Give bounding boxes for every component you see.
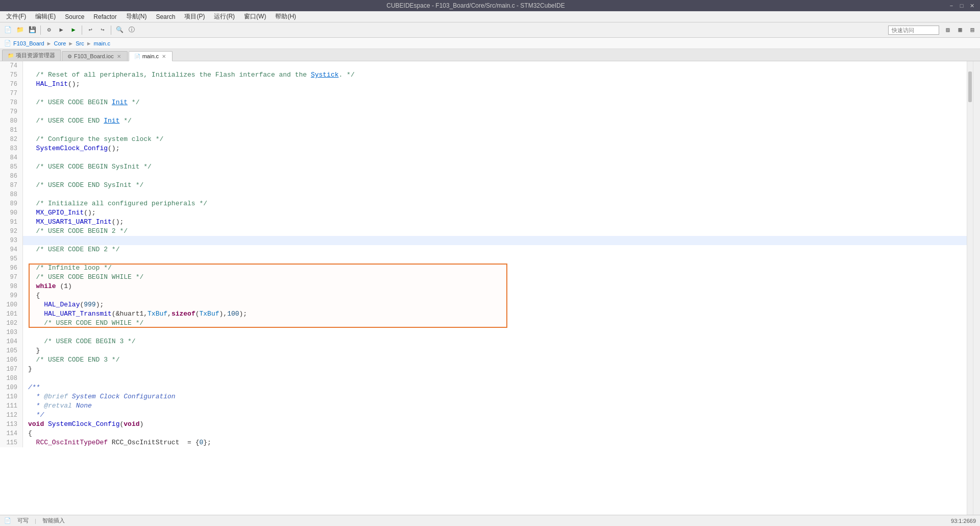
- toolbar-save[interactable]: 💾: [27, 25, 38, 36]
- toolbar-info[interactable]: ⓘ: [126, 25, 137, 36]
- line-code[interactable]: /* USER CODE END WHILE */: [23, 319, 967, 328]
- menu-navigate[interactable]: 导航(N): [122, 11, 151, 22]
- line-code[interactable]: while (1): [23, 282, 967, 291]
- tab-mainc-close[interactable]: ✕: [161, 54, 167, 59]
- menu-run[interactable]: 运行(R): [210, 11, 239, 22]
- maximize-button[interactable]: □: [958, 2, 966, 10]
- line-code[interactable]: */: [23, 411, 967, 420]
- line-code[interactable]: [23, 107, 967, 116]
- line-code[interactable]: /* USER CODE BEGIN SysInit */: [23, 162, 967, 172]
- line-code[interactable]: [23, 126, 967, 135]
- table-row: 103: [0, 328, 967, 337]
- table-row: 101 HAL_UART_Transmit(&huart1,TxBuf,size…: [0, 309, 967, 319]
- v-scroll-thumb[interactable]: [968, 71, 972, 102]
- line-number: 85: [0, 162, 23, 172]
- line-number: 74: [0, 61, 23, 70]
- menu-edit[interactable]: 编辑(E): [31, 11, 60, 22]
- menu-refactor[interactable]: Refactor: [89, 12, 120, 21]
- table-row: 84: [0, 153, 967, 162]
- line-code[interactable]: [23, 374, 967, 383]
- line-code[interactable]: /* USER CODE BEGIN Init */: [23, 98, 967, 107]
- breadcrumb-f103board[interactable]: F103_Board: [13, 40, 44, 46]
- line-code[interactable]: /* Initialize all configured peripherals…: [23, 199, 967, 208]
- line-number: 103: [0, 328, 23, 337]
- line-code[interactable]: /* Reset of all peripherals, Initializes…: [23, 70, 967, 80]
- toolbar-build[interactable]: ⚙: [43, 25, 55, 36]
- code-editor[interactable]: 74 75 /* Reset of all peripherals, Initi…: [0, 61, 967, 515]
- tab-bar: 📁 项目资源管理器 ⚙ F103_Board.ioc ✕ 📄 main.c ✕: [0, 49, 980, 61]
- line-code[interactable]: HAL_Init();: [23, 80, 967, 89]
- table-row: 89 /* Initialize all configured peripher…: [0, 199, 967, 208]
- line-code[interactable]: SystemClock_Config();: [23, 144, 967, 153]
- line-code[interactable]: {: [23, 291, 967, 300]
- line-code[interactable]: MX_GPIO_Init();: [23, 208, 967, 218]
- line-code[interactable]: * @retval None: [23, 401, 967, 411]
- tab-ioc-label: F103_Board.ioc: [74, 53, 114, 59]
- toolbar-undo[interactable]: ↩: [85, 25, 96, 36]
- line-code[interactable]: [23, 236, 967, 245]
- quick-access-input[interactable]: [888, 26, 939, 35]
- line-code[interactable]: /**: [23, 383, 967, 392]
- menu-help[interactable]: 帮助(H): [271, 11, 300, 22]
- line-code[interactable]: RCC_OscInitTypeDef RCC_OscInitStruct = {…: [23, 438, 967, 447]
- toolbar-view2[interactable]: ▦: [954, 25, 966, 36]
- line-number: 114: [0, 429, 23, 438]
- close-button[interactable]: ✕: [968, 2, 976, 10]
- line-code[interactable]: /* Infinite loop */: [23, 264, 967, 273]
- toolbar-run[interactable]: ▶: [68, 25, 79, 36]
- menu-file[interactable]: 文件(F): [2, 11, 30, 22]
- table-row: 77: [0, 89, 967, 98]
- line-code[interactable]: [23, 89, 967, 98]
- breadcrumb-mainc[interactable]: main.c: [94, 40, 110, 46]
- line-number: 111: [0, 401, 23, 411]
- line-code[interactable]: void SystemClock_Config(void): [23, 420, 967, 429]
- line-code[interactable]: HAL_Delay(999);: [23, 300, 967, 309]
- menu-window[interactable]: 窗口(W): [240, 11, 270, 22]
- line-code[interactable]: /* USER CODE END Init */: [23, 116, 967, 126]
- vertical-scrollbar[interactable]: [967, 61, 973, 515]
- table-row: 93: [0, 236, 967, 245]
- line-code[interactable]: /* USER CODE END 2 */: [23, 245, 967, 254]
- toolbar-view3[interactable]: ▤: [967, 25, 978, 36]
- menu-project[interactable]: 项目(P): [180, 11, 209, 22]
- window-controls[interactable]: − □ ✕: [947, 2, 976, 10]
- toolbar-open[interactable]: 📁: [14, 25, 26, 36]
- line-code[interactable]: [23, 153, 967, 162]
- line-code[interactable]: /* USER CODE BEGIN 2 */: [23, 227, 967, 236]
- line-code[interactable]: [23, 328, 967, 337]
- toolbar-view1[interactable]: ▨: [942, 25, 953, 36]
- line-code[interactable]: [23, 254, 967, 264]
- line-code[interactable]: [23, 172, 967, 181]
- line-code[interactable]: }: [23, 365, 967, 374]
- line-code[interactable]: /* USER CODE BEGIN WHILE */: [23, 273, 967, 282]
- menu-source[interactable]: Source: [61, 12, 88, 21]
- line-number: 93: [0, 236, 23, 245]
- line-code[interactable]: /* USER CODE END 3 */: [23, 355, 967, 365]
- line-code[interactable]: /* Configure the system clock */: [23, 135, 967, 144]
- line-code[interactable]: }: [23, 346, 967, 355]
- line-code[interactable]: /* USER CODE END SysInit */: [23, 181, 967, 190]
- breadcrumb-core[interactable]: Core: [54, 40, 66, 46]
- line-code[interactable]: MX_USART1_UART_Init();: [23, 218, 967, 227]
- line-code[interactable]: * @brief System Clock Configuration: [23, 392, 967, 401]
- line-code[interactable]: [23, 190, 967, 199]
- tab-ioc[interactable]: ⚙ F103_Board.ioc ✕: [62, 51, 128, 61]
- toolbar-new[interactable]: 📄: [2, 25, 13, 36]
- line-code[interactable]: {: [23, 429, 967, 438]
- toolbar-search[interactable]: 🔍: [114, 25, 125, 36]
- tab-mainc[interactable]: 📄 main.c ✕: [129, 51, 173, 61]
- toolbar-debug[interactable]: ▶: [56, 25, 67, 36]
- tab-resources[interactable]: 📁 项目资源管理器: [2, 50, 61, 61]
- line-code[interactable]: /* USER CODE BEGIN 3 */: [23, 337, 967, 346]
- line-number: 83: [0, 144, 23, 153]
- tab-ioc-close[interactable]: ✕: [116, 54, 122, 59]
- table-row: 82 /* Configure the system clock */: [0, 135, 967, 144]
- toolbar-redo[interactable]: ↪: [97, 25, 108, 36]
- line-number: 94: [0, 245, 23, 254]
- line-code[interactable]: [23, 61, 967, 70]
- breadcrumb-src[interactable]: Src: [76, 40, 84, 46]
- line-number: 106: [0, 355, 23, 365]
- menu-search[interactable]: Search: [152, 12, 179, 21]
- line-code[interactable]: HAL_UART_Transmit(&huart1,TxBuf,sizeof(T…: [23, 309, 967, 319]
- minimize-button[interactable]: −: [947, 2, 955, 10]
